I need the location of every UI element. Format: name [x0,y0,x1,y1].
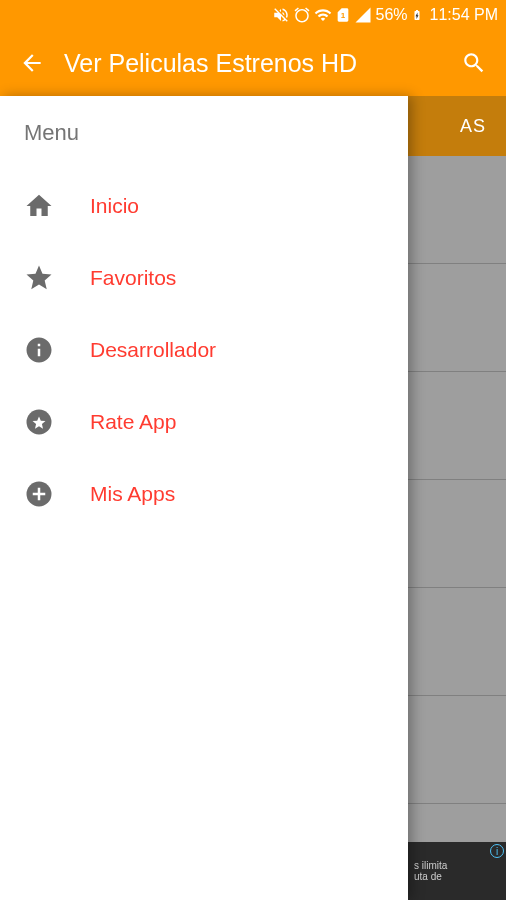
alarm-icon [293,6,311,24]
home-icon [24,191,78,221]
menu-item-desarrollador[interactable]: Desarrollador [0,314,408,386]
menu-label: Mis Apps [90,482,175,506]
menu-label: Inicio [90,194,139,218]
search-button[interactable] [450,39,498,87]
sim-icon: 1 [335,6,351,24]
ad-banner[interactable]: i s ilimita uta de [408,842,506,900]
search-icon [461,50,487,76]
svg-text:1: 1 [341,11,346,20]
ad-info-icon[interactable]: i [490,844,504,858]
battery-icon [411,6,423,24]
menu-item-inicio[interactable]: Inicio [0,170,408,242]
ad-text-line1: s ilimita [414,860,500,871]
status-bar: 1 56% 11:54 PM [0,0,506,30]
menu-label: Rate App [90,410,176,434]
status-icons: 1 56% 11:54 PM [272,6,498,24]
menu-item-mis-apps[interactable]: Mis Apps [0,458,408,530]
ad-text-line2: uta de [414,871,500,882]
tab-partial-text: AS [460,116,486,137]
app-title: Ver Peliculas Estrenos HD [64,49,450,78]
menu-item-rate-app[interactable]: Rate App [0,386,408,458]
signal-icon [354,6,372,24]
clock-text: 11:54 PM [430,6,498,24]
plus-circle-icon [24,479,78,509]
star-circle-icon [24,407,78,437]
star-icon [24,263,78,293]
menu-label: Favoritos [90,266,176,290]
battery-text: 56% [375,6,407,24]
navigation-drawer: Menu Inicio Favoritos Desarrollador Rate… [0,96,408,900]
app-bar: Ver Peliculas Estrenos HD [0,30,506,96]
arrow-back-icon [19,50,45,76]
menu-label: Desarrollador [90,338,216,362]
info-icon [24,335,78,365]
wifi-icon [314,6,332,24]
mute-icon [272,6,290,24]
menu-item-favoritos[interactable]: Favoritos [0,242,408,314]
drawer-title: Menu [0,120,408,170]
back-button[interactable] [8,39,56,87]
